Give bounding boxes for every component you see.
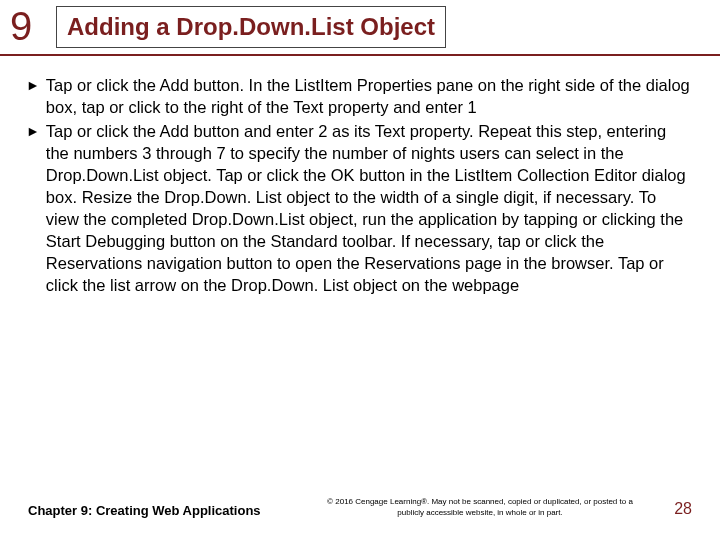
bullet-text: Tap or click the Add button and enter 2 … (46, 120, 690, 296)
bullet-item: ► Tap or click the Add button. In the Li… (42, 74, 690, 118)
slide-title: Adding a Drop.Down.List Object (67, 13, 435, 40)
chapter-number: 9 (10, 4, 32, 49)
footer-copyright: © 2016 Cengage Learning®. May not be sca… (308, 496, 652, 518)
bullet-item: ► Tap or click the Add button and enter … (42, 120, 690, 296)
slide-footer: Chapter 9: Creating Web Applications © 2… (0, 496, 720, 518)
slide-header: 9 Adding a Drop.Down.List Object (0, 0, 720, 56)
slide-content: ► Tap or click the Add button. In the Li… (0, 56, 720, 296)
page-number: 28 (652, 500, 692, 518)
triangle-bullet-icon: ► (26, 74, 40, 96)
triangle-bullet-icon: ► (26, 120, 40, 142)
footer-chapter-label: Chapter 9: Creating Web Applications (28, 503, 308, 518)
bullet-text: Tap or click the Add button. In the List… (46, 74, 690, 118)
title-container: Adding a Drop.Down.List Object (56, 6, 446, 48)
